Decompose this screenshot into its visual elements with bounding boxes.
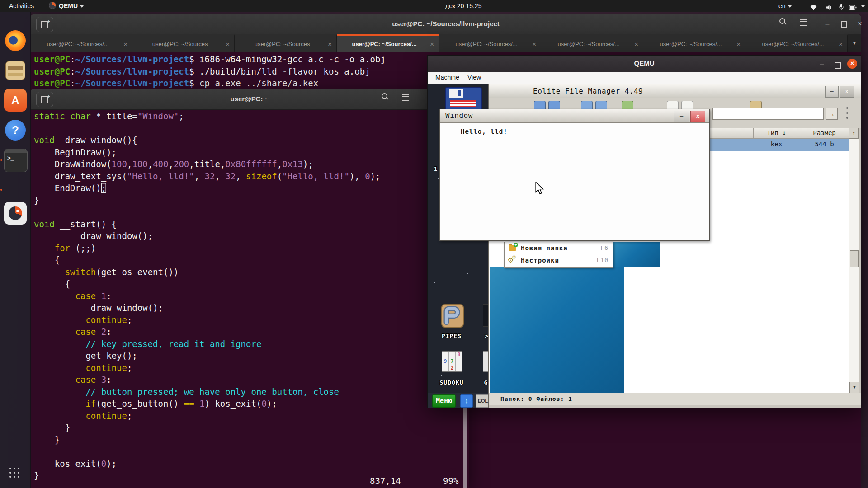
- kebab-menu-icon[interactable]: [845, 106, 849, 122]
- pipes-app-icon[interactable]: [441, 304, 464, 328]
- tab-close-icon[interactable]: ×: [634, 40, 638, 48]
- column-size[interactable]: Размер: [800, 129, 849, 136]
- top-bar: Activities QEMU дек 20 15:25 en: [0, 0, 868, 12]
- tab-close-icon[interactable]: ×: [532, 40, 536, 48]
- chevron-down-icon: [80, 5, 84, 8]
- sudoku-icon-label: SUDOKU: [432, 379, 471, 386]
- qemu-titlebar[interactable]: QEMU – ×: [428, 56, 861, 72]
- tab-close-icon[interactable]: ×: [226, 40, 230, 48]
- scroll-down-button[interactable]: ▼: [849, 382, 859, 394]
- tab-close-icon[interactable]: ×: [736, 40, 741, 48]
- minimize-button[interactable]: –: [674, 111, 689, 122]
- go-arrow-button[interactable]: →: [826, 108, 838, 120]
- hamburger-menu-icon[interactable]: [399, 92, 412, 106]
- terminal-tab[interactable]: user@PC: ~/Sources/...×: [337, 34, 439, 52]
- terminal-line: // button pressed; we have only one butt…: [34, 386, 381, 398]
- sudoku-app-icon[interactable]: 8972: [442, 351, 462, 372]
- kolibri-menu-button[interactable]: Меню: [432, 394, 456, 408]
- terminal-tab[interactable]: user@PC: ~/Sources×: [132, 34, 235, 52]
- ubuntu-software-icon[interactable]: A: [4, 89, 27, 112]
- files-icon[interactable]: [4, 59, 27, 82]
- context-menu-item[interactable]: Новая папкаF6: [505, 242, 613, 254]
- system-menu-chevron-icon[interactable]: [859, 0, 865, 12]
- show-applications-icon[interactable]: [9, 468, 11, 469]
- terminal-icon[interactable]: >_: [4, 149, 28, 172]
- new-folder-icon: [509, 245, 516, 251]
- terminal-line: continue;: [34, 314, 381, 326]
- app-menu-button[interactable]: QEMU: [49, 0, 84, 12]
- tab-close-icon[interactable]: ×: [430, 40, 434, 48]
- menu-view[interactable]: View: [467, 74, 481, 81]
- terminal-line: continue;: [34, 410, 381, 422]
- terminal-tab[interactable]: user@PC: ~/Sources/...×: [541, 34, 643, 52]
- microphone-icon[interactable]: [838, 3, 844, 9]
- terminal-front-headerbar: + user@PC: ~: [30, 89, 469, 110]
- close-button[interactable]: x: [840, 86, 854, 98]
- context-menu-item[interactable]: ⚙НастройкиF10: [505, 254, 613, 267]
- firefox-icon[interactable]: [4, 29, 27, 52]
- scrollbar[interactable]: ▼: [849, 139, 859, 393]
- minimize-all-button[interactable]: ↕: [460, 394, 473, 408]
- floppy-disk-icon[interactable]: [445, 87, 482, 111]
- minimize-button[interactable]: –: [825, 86, 839, 98]
- tab-label: user@PC: ~/Sources/...: [341, 41, 427, 47]
- terminal-line: EndDraw();: [34, 182, 381, 194]
- terminal-tab[interactable]: user@PC: ~/Sources/...×: [745, 34, 848, 52]
- terminal-tab[interactable]: user@PC: ~/Sources/...×: [30, 34, 132, 52]
- mouse-cursor: [535, 182, 545, 197]
- terminal-scrollback: user@PC:~/Sources/llvm-project$ i686-w64…: [34, 53, 386, 89]
- window-title: Window: [445, 111, 473, 120]
- scrollbar-thumb[interactable]: [850, 250, 859, 267]
- menu-machine[interactable]: Machine: [435, 74, 459, 81]
- close-button[interactable]: ×: [853, 17, 867, 31]
- qemu-dock-icon[interactable]: [4, 202, 27, 225]
- network-icon[interactable]: [810, 3, 817, 9]
- terminal-tab[interactable]: user@PC: ~/Sources/...×: [439, 34, 541, 52]
- help-icon[interactable]: ?: [4, 119, 27, 141]
- minimize-button[interactable]: –: [821, 17, 834, 31]
- keyboard-layout-button[interactable]: en: [778, 0, 792, 12]
- qemu-window: QEMU – × Machine View 1 PIPES 8972 SUDOK…: [427, 55, 861, 408]
- terminal-line: void __start() {: [34, 218, 381, 230]
- menu-item-shortcut: F6: [600, 244, 609, 251]
- maximize-button[interactable]: [837, 17, 851, 31]
- scroll-up-button[interactable]: ↑: [849, 128, 859, 139]
- minimize-button[interactable]: –: [816, 58, 827, 69]
- close-button[interactable]: x: [690, 111, 705, 122]
- address-bar-input[interactable]: [712, 108, 824, 120]
- vim-scroll-percent: 99%: [443, 476, 458, 486]
- tab-close-icon[interactable]: ×: [123, 40, 127, 48]
- dialog-titlebar[interactable]: Window – x: [440, 109, 709, 123]
- terminal-line: user@PC:~/Sources/llvm-project$ cp a.exe…: [34, 77, 386, 89]
- eolite-task-button[interactable]: EOL: [476, 394, 490, 408]
- activities-button[interactable]: Activities: [9, 0, 34, 12]
- terminal-line: }: [34, 434, 381, 446]
- maximize-button[interactable]: [832, 58, 843, 69]
- search-icon[interactable]: [378, 92, 392, 106]
- vm-screen[interactable]: 1 PIPES 8972 SUDOKU > G Меню ↕ EOL Eolit…: [428, 84, 861, 408]
- terminal-line: continue;: [34, 362, 381, 374]
- close-button[interactable]: ×: [847, 59, 857, 69]
- tab-bar: user@PC: ~/Sources/...×user@PC: ~/Source…: [30, 34, 861, 52]
- tab-close-icon[interactable]: ×: [839, 40, 843, 48]
- tab-close-icon[interactable]: ×: [328, 40, 332, 48]
- menu-item-shortcut: F10: [597, 257, 609, 263]
- search-icon[interactable]: [776, 17, 790, 31]
- volume-icon[interactable]: [826, 3, 832, 9]
- terminal-line: for (;;): [34, 242, 381, 254]
- terminal-tab[interactable]: user@PC: ~/Sources×: [235, 34, 337, 52]
- terminal-line: {: [34, 278, 381, 290]
- hamburger-menu-icon[interactable]: [797, 17, 810, 31]
- column-type[interactable]: Тип ↓: [753, 129, 800, 136]
- clock[interactable]: дек 20 15:25: [445, 0, 481, 12]
- terminal-line: [34, 206, 381, 218]
- qemu-logo-icon: [49, 2, 56, 9]
- hello-window-dialog: Window – x Hello, lld!: [439, 109, 710, 241]
- terminal-line: [34, 122, 381, 135]
- terminal-tab[interactable]: user@PC: ~/Sources/...×: [643, 34, 745, 52]
- battery-icon[interactable]: [849, 3, 857, 9]
- eolite-titlebar[interactable]: Eolite File Manager 4.49 – x: [489, 84, 861, 99]
- vim-ruler-position: 837,14: [370, 476, 401, 486]
- tab-label: user@PC: ~/Sources: [137, 41, 223, 47]
- tab-overflow-chevron-icon[interactable]: ▼: [848, 34, 861, 52]
